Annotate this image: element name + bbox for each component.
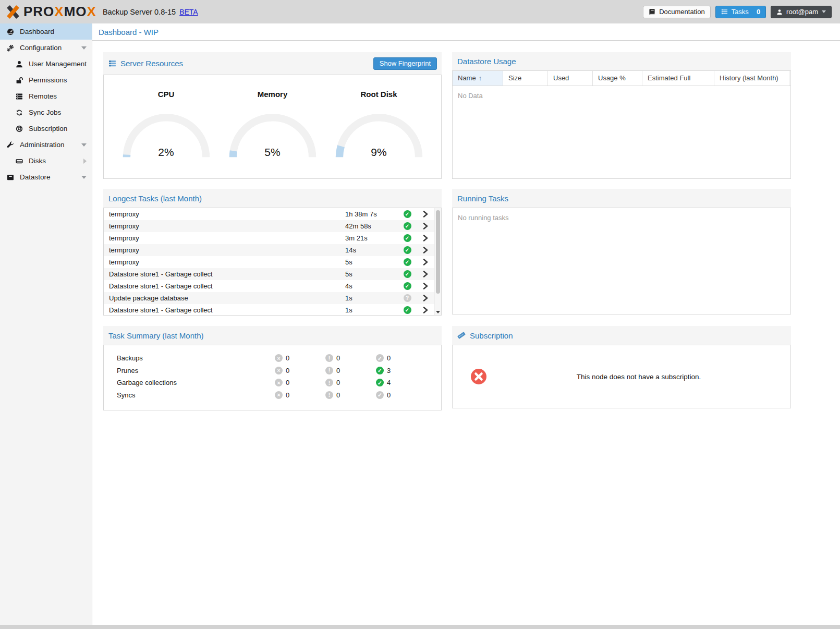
error-count-icon: × — [275, 379, 283, 386]
task-list-icon — [721, 8, 728, 15]
book-icon — [649, 8, 655, 15]
tachometer-icon — [7, 28, 14, 35]
product-version-label: Backup Server 0.8-15 — [103, 8, 176, 16]
content-tab-bar: Dashboard - WIP — [92, 23, 840, 41]
task-summary-panel: Task Summary (last Month) Backups ×0 !0 … — [103, 326, 442, 410]
tasks-button[interactable]: Tasks 0 — [715, 6, 766, 18]
show-fingerprint-button[interactable]: Show Fingerprint — [373, 57, 437, 70]
task-summary-row: Prunes ×0 !0 ✓3 — [104, 365, 441, 377]
task-row[interactable]: termproxy 42m 58s ✓? — [104, 220, 434, 232]
sidebar-item-icon — [16, 77, 25, 84]
column-header[interactable]: Used↑ — [548, 71, 593, 86]
task-row[interactable]: termproxy 1h 38m 7s ✓? — [104, 208, 434, 220]
task-open-chevron-icon[interactable] — [417, 223, 434, 229]
task-row[interactable]: termproxy 14s ✓? — [104, 244, 434, 256]
task-open-chevron-icon[interactable] — [417, 235, 434, 241]
gauge-value: 5% — [228, 146, 317, 159]
sidebar-item[interactable]: Sync Jobs — [0, 104, 92, 120]
task-name: Datastore store1 - Garbage collect — [104, 282, 345, 290]
task-row[interactable]: termproxy 3m 21s ✓? — [104, 232, 434, 244]
column-header[interactable]: Size↑ — [503, 71, 548, 86]
task-open-chevron-icon[interactable] — [417, 247, 434, 253]
task-summary-header: Task Summary (last Month) — [103, 326, 442, 345]
task-row[interactable]: Datastore store1 - Garbage collect 1s ✓? — [104, 304, 434, 315]
ok-count-icon: ✓ — [376, 354, 384, 362]
scrollbar[interactable] — [434, 208, 441, 315]
column-header[interactable]: Usage %↑ — [593, 71, 642, 86]
scrollbar-thumb[interactable] — [436, 210, 440, 294]
task-open-chevron-icon[interactable] — [417, 283, 434, 289]
task-open-chevron-icon[interactable] — [417, 271, 434, 277]
task-name: termproxy — [104, 234, 345, 242]
column-header[interactable]: Name↑ — [453, 71, 503, 86]
ok-count: 3 — [387, 367, 391, 374]
scroll-down-icon[interactable] — [436, 311, 440, 313]
task-status-icon: ✓? — [404, 270, 411, 278]
task-open-chevron-icon[interactable] — [417, 259, 434, 265]
task-open-chevron-icon[interactable] — [417, 211, 434, 217]
sidebar-item[interactable]: Disks — [0, 153, 92, 169]
no-subscription-error-icon — [470, 368, 487, 385]
ok-count: 0 — [387, 391, 391, 399]
task-open-chevron-icon[interactable] — [417, 307, 434, 313]
column-header[interactable]: History (last Month)↑ — [714, 71, 789, 86]
panel-title: Datastore Usage — [457, 57, 516, 66]
caret-down-icon — [81, 46, 87, 50]
task-duration: 5s — [345, 270, 398, 278]
sidebar-item[interactable]: Administration — [0, 137, 92, 153]
life-ring-icon — [16, 125, 23, 132]
sidebar-item-icon — [7, 174, 16, 181]
sidebar-item-label: Disks — [29, 157, 46, 165]
error-count-icon: × — [275, 367, 283, 374]
documentation-button[interactable]: Documentation — [643, 6, 710, 18]
sidebar-item-icon — [16, 158, 25, 165]
sidebar-item-icon — [16, 109, 25, 116]
subscription-header: Subscription — [452, 326, 791, 345]
error-count: 0 — [286, 379, 289, 386]
task-name: termproxy — [104, 210, 345, 218]
error-count-icon: × — [275, 354, 283, 362]
sidebar-item[interactable]: User Management — [0, 56, 92, 72]
warning-count: 0 — [336, 354, 340, 362]
task-summary-row: Syncs ×0 !0 ✓0 — [104, 389, 441, 402]
user-menu-button[interactable]: root@pam — [771, 6, 832, 18]
sidebar-item[interactable]: Configuration — [0, 40, 92, 56]
ok-count: 0 — [387, 354, 391, 362]
sidebar-item[interactable]: Datastore — [0, 169, 92, 185]
task-name: termproxy — [104, 246, 345, 254]
empty-list-text: No running tasks — [453, 208, 790, 227]
column-header-label: Name — [458, 74, 476, 82]
column-header-label: Size — [508, 74, 521, 82]
longest-tasks-header: Longest Tasks (last Month) — [103, 189, 442, 208]
column-header[interactable]: Estimated Full↑ — [642, 71, 714, 86]
caret-right-icon — [83, 159, 87, 164]
warning-count: 0 — [336, 367, 340, 374]
bottom-scrollbar-strip[interactable] — [0, 625, 840, 629]
wrench-icon — [7, 141, 14, 149]
running-tasks-panel: Running Tasks No running tasks — [452, 189, 791, 314]
caret-down-icon — [81, 143, 87, 147]
task-duration: 1s — [345, 306, 398, 314]
datastore-usage-header: Datastore Usage — [452, 52, 791, 70]
task-row[interactable]: Update package database 1s ✓? — [104, 292, 434, 304]
sidebar-item[interactable]: Subscription — [0, 120, 92, 137]
sidebar-item[interactable]: Permissions — [0, 72, 92, 88]
panel-title: Running Tasks — [457, 194, 508, 203]
sync-icon — [16, 109, 23, 116]
column-header-label: Used — [553, 74, 569, 82]
task-row[interactable]: termproxy 5s ✓? — [104, 256, 434, 268]
sidebar-item[interactable]: Remotes — [0, 88, 92, 104]
sidebar-item[interactable]: Dashboard — [0, 23, 92, 40]
sidebar-item-icon — [7, 28, 16, 35]
beta-link[interactable]: BETA — [179, 8, 198, 16]
ticket-icon — [457, 331, 466, 340]
task-open-chevron-icon[interactable] — [417, 295, 434, 301]
sidebar-item-label: Datastore — [20, 173, 51, 181]
resource-gauge: Memory 5% — [222, 90, 323, 159]
dashboard-content: Server Resources Show Fingerprint CPU — [92, 41, 840, 608]
summary-category-label: Backups — [104, 354, 275, 362]
task-row[interactable]: Datastore store1 - Garbage collect 5s ✓? — [104, 268, 434, 280]
task-row[interactable]: Datastore store1 - Garbage collect 4s ✓? — [104, 280, 434, 292]
error-count-icon: × — [275, 391, 283, 399]
sidebar-item-label: Configuration — [20, 44, 62, 52]
